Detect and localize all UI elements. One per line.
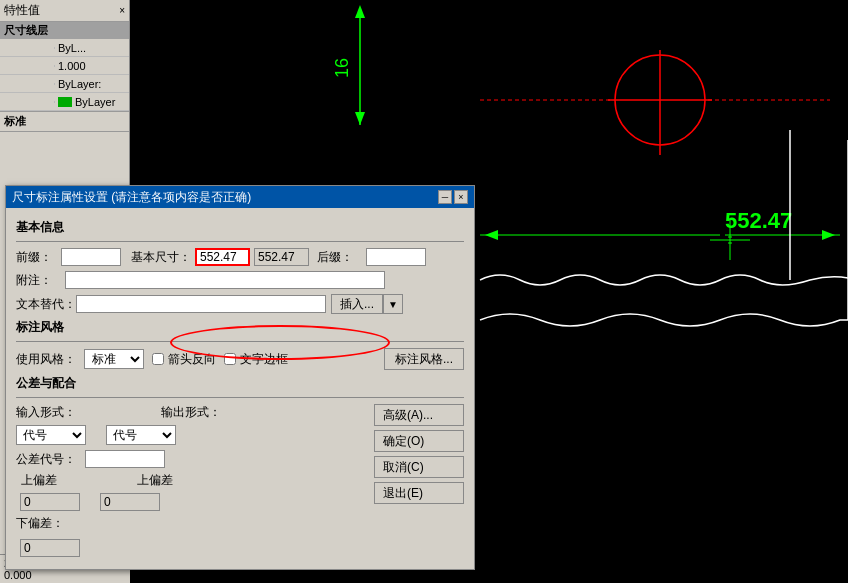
prop-label-blank3 (0, 83, 55, 85)
input-form-select[interactable]: 代号 (16, 425, 86, 445)
dialog-title: 尺寸标注属性设置 (请注意各项内容是否正确) (12, 189, 251, 206)
prop-value-bylayer1: ByL... (55, 41, 129, 55)
prop-row-bylayer3: ByLayer (0, 93, 129, 111)
cancel-button[interactable]: 取消(C) (374, 456, 464, 478)
svg-marker-12 (485, 230, 498, 240)
section-tol-header: 公差与配合 (16, 375, 464, 392)
textbox-checkbox-group: 文字边框 (224, 351, 288, 368)
fuzhu-form-row: 附注： (16, 271, 464, 289)
prop-row-bylayer2: ByLayer: (0, 75, 129, 93)
style-row: 使用风格： 标准 箭头反向 文字边框 标注风格... (16, 348, 464, 370)
suffix-label: 后缀： (317, 249, 362, 266)
svg-marker-13 (822, 230, 835, 240)
section-basic-header: 基本信息 (16, 219, 464, 236)
style-select[interactable]: 标准 (84, 349, 144, 369)
fuzhu-label: 附注： (16, 272, 61, 289)
output-form-label: 输出形式： (161, 404, 221, 421)
properties-title-text: 特性值 (4, 2, 40, 19)
output-form-select[interactable]: 代号 (106, 425, 176, 445)
input-form-row: 输入形式： 输出形式： (16, 404, 364, 421)
shang-input-row (16, 493, 364, 511)
goncha-input[interactable] (85, 450, 165, 468)
arrow-checkbox[interactable] (152, 353, 164, 365)
xia-label: 下偏差： (16, 515, 64, 532)
advanced-button[interactable]: 高级(A)... (374, 404, 464, 426)
tolerance-right: 高级(A)... 确定(O) 取消(C) 退出(E) (374, 404, 464, 561)
properties-title: 特性值 × (0, 0, 129, 22)
shang-label: 上偏差 (21, 472, 57, 489)
jichu-label: 基本尺寸： (131, 249, 191, 266)
tolerance-container: 输入形式： 输出形式： 代号 代号 公差代号： 上偏差 (16, 404, 464, 561)
arrow-checkbox-group: 箭头反向 (152, 351, 216, 368)
fuzhu-input[interactable] (65, 271, 385, 289)
dimension-dialog: 尺寸标注属性设置 (请注意各项内容是否正确) ─ × 基本信息 前缀： 基本尺寸… (5, 185, 475, 570)
goncha-row: 公差代号： (16, 450, 364, 468)
svg-text:16: 16 (332, 58, 352, 78)
jichu-input[interactable] (195, 248, 250, 266)
shang-input-right[interactable] (100, 493, 160, 511)
style-button[interactable]: 标注风格... (384, 348, 464, 370)
section-tol-divider (16, 397, 464, 398)
style-label: 使用风格： (16, 351, 76, 368)
section-basic-divider (16, 241, 464, 242)
insert-button[interactable]: 插入... (331, 294, 383, 314)
wenben-input[interactable] (76, 295, 326, 313)
ok-button[interactable]: 确定(O) (374, 430, 464, 452)
prop-section-chi: 尺寸线层 (0, 22, 129, 39)
basic-form-row: 前缀： 基本尺寸： 552.47 后缀： (16, 248, 464, 266)
insert-dropdown[interactable]: ▼ (383, 294, 403, 314)
wenben-label: 文本替代： (16, 296, 76, 313)
dialog-minimize-btn[interactable]: ─ (438, 190, 452, 204)
prop-row-value1: 1.000 (0, 57, 129, 75)
textbox-checkbox[interactable] (224, 353, 236, 365)
shang-input[interactable] (20, 493, 80, 511)
prop-value-bylayer2: ByLayer: (55, 77, 129, 91)
properties-close-btn[interactable]: × (119, 5, 125, 16)
exit-button[interactable]: 退出(E) (374, 482, 464, 504)
prop-section-biao: 标准 (0, 111, 129, 132)
dialog-titlebar-buttons: ─ × (438, 190, 468, 204)
suffix-input[interactable] (366, 248, 426, 266)
prefix-label: 前缀： (16, 249, 61, 266)
properties-table: 尺寸线层 ByL... 1.000 ByLayer: ByLayer 标准 (0, 22, 129, 132)
textbox-label: 文字边框 (240, 351, 288, 368)
prop-row-bylayer1: ByL... (0, 39, 129, 57)
prop-value-bylayer3: ByLayer (55, 95, 129, 109)
tolerance-left: 输入形式： 输出形式： 代号 代号 公差代号： 上偏差 (16, 404, 364, 561)
shang-label-right: 上偏差 (137, 472, 173, 489)
color-swatch-green (58, 97, 72, 107)
dialog-content: 基本信息 前缀： 基本尺寸： 552.47 后缀： 附注： 文本替代： 插入..… (6, 208, 474, 569)
jichu-display: 552.47 (254, 248, 309, 266)
wenben-form-row: 文本替代： 插入... ▼ (16, 294, 464, 314)
prop-label-blank4 (0, 101, 55, 103)
dialog-titlebar: 尺寸标注属性设置 (请注意各项内容是否正确) ─ × (6, 186, 474, 208)
xia-input-row (16, 539, 364, 557)
shang-row: 上偏差 上偏差 (16, 472, 364, 489)
bylayer3-text: ByLayer (75, 96, 115, 108)
value2-text: 0.000 (4, 569, 126, 581)
prop-label-blank (0, 47, 55, 49)
section-style-divider (16, 341, 464, 342)
xia-row: 下偏差： (16, 515, 364, 535)
section-style-header: 标注风格 (16, 319, 464, 336)
arrow-label: 箭头反向 (168, 351, 216, 368)
dialog-close-btn[interactable]: × (454, 190, 468, 204)
goncha-label: 公差代号： (16, 451, 81, 468)
svg-marker-1 (355, 5, 365, 18)
prop-label-blank2 (0, 65, 55, 67)
prefix-input[interactable] (61, 248, 121, 266)
xia-input[interactable] (20, 539, 80, 557)
svg-text:552.47: 552.47 (725, 208, 792, 233)
input-select-row: 代号 代号 (16, 425, 364, 445)
input-form-label: 输入形式： (16, 404, 81, 421)
prop-value-1000: 1.000 (55, 59, 129, 73)
